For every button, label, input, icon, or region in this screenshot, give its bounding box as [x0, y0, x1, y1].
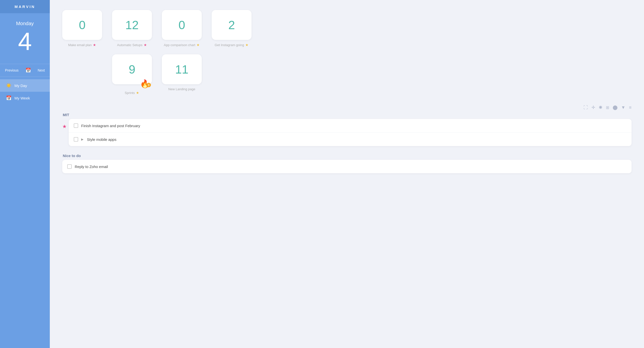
task-item-style-mobile-apps: ▶ Style mobile apps — [69, 133, 632, 146]
main-content: 0 Make email plan ★ 12 Automatic Setups … — [50, 0, 644, 348]
sun-small-icon[interactable]: ✺ — [599, 105, 602, 110]
project-card-label: Make email plan ★ — [68, 43, 96, 47]
task-item-finish-instagram: Finish Instagram and post February — [69, 119, 632, 133]
mit-star-icon: ★ — [62, 123, 67, 129]
task-item-reply-zoho: Reply to Zoho email — [62, 160, 632, 173]
project-card-label: Automatic Setups ★ — [117, 43, 147, 47]
sidebar-item-my-week[interactable]: 📅 My Week — [0, 92, 50, 104]
project-count: 9 — [129, 63, 136, 76]
sidebar: MARVIN Monday 4 Previous 📅 Next ☀️ My Da… — [0, 0, 50, 348]
star-icon: ★ — [196, 43, 200, 47]
calendar-icon[interactable]: 📅 — [26, 68, 31, 73]
project-card-get-instagram-going[interactable]: 2 Get Instagram going ★ — [212, 10, 252, 47]
project-cards-row-2: 9 🔥 3 Sprints ★ 11 New Landing pag — [112, 54, 632, 95]
project-card-label: App comparison chart ★ — [164, 43, 200, 47]
expand-arrow-icon[interactable]: ▶ — [81, 138, 84, 141]
circle-icon[interactable]: ⬤ — [612, 105, 618, 110]
project-card-automatic-setups[interactable]: 12 Automatic Setups ★ — [112, 10, 152, 47]
calendar-week-icon: 📅 — [6, 95, 12, 101]
star-icon: ★ — [93, 43, 96, 47]
task-label-finish-instagram: Finish Instagram and post February — [81, 124, 140, 128]
project-card-label: Sprints ★ — [125, 91, 139, 95]
project-count: 0 — [178, 18, 185, 32]
task-checkbox-reply-zoho[interactable] — [67, 164, 72, 169]
project-count: 12 — [125, 18, 138, 32]
sidebar-item-my-week-label: My Week — [14, 96, 30, 100]
date-navigation: Previous 📅 Next — [0, 64, 50, 77]
project-card-make-email-plan[interactable]: 0 Make email plan ★ — [62, 10, 102, 47]
project-card-new-landing-page[interactable]: 11 New Landing page — [162, 54, 202, 95]
nice-to-do-section: Nice to do Reply to Zoho email — [62, 154, 632, 173]
project-card-label: Get Instagram going ★ — [215, 43, 248, 47]
project-card-label: New Landing page — [168, 87, 195, 91]
date-section: Monday 4 — [0, 13, 50, 64]
next-button[interactable]: Next — [38, 68, 45, 72]
sun-icon: ☀️ — [6, 83, 12, 88]
project-card-box: 0 — [162, 10, 202, 40]
expand-icon[interactable]: ⛶ — [584, 105, 588, 110]
app-logo: MARVIN — [0, 0, 50, 13]
star-icon: ★ — [144, 43, 147, 47]
project-card-sprints[interactable]: 9 🔥 3 Sprints ★ — [112, 54, 152, 95]
task-label-style-mobile-apps: Style mobile apps — [87, 137, 116, 142]
tasks-toolbar: ⛶ ✛ ✺ ⊞ ⬤ ▼ ≡ — [62, 105, 632, 110]
task-label-reply-zoho: Reply to Zoho email — [75, 165, 108, 169]
grid-icon[interactable]: ✛ — [592, 105, 595, 110]
mit-task-list: Finish Instagram and post February ▶ Sty… — [69, 119, 632, 146]
project-card-box: 11 — [162, 54, 202, 84]
project-card-box: 9 🔥 3 — [112, 54, 152, 84]
star-icon: ★ — [245, 43, 248, 47]
nice-to-do-section-header: Nice to do — [62, 154, 632, 158]
project-card-box: 12 — [112, 10, 152, 40]
sidebar-item-my-day[interactable]: ☀️ My Day — [0, 79, 50, 92]
project-cards-area: 0 Make email plan ★ 12 Automatic Setups … — [62, 10, 632, 95]
checkerboard-icon[interactable]: ⊞ — [606, 105, 609, 110]
task-checkbox-style-mobile-apps[interactable] — [74, 137, 78, 142]
fire-count-badge: 3 — [146, 83, 151, 87]
sidebar-menu: ☀️ My Day 📅 My Week — [0, 79, 50, 104]
previous-button[interactable]: Previous — [5, 68, 18, 72]
project-card-box: 2 — [212, 10, 252, 40]
filter-icon[interactable]: ▼ — [621, 105, 626, 110]
project-count: 11 — [175, 63, 188, 76]
project-count: 2 — [228, 18, 235, 32]
sort-icon[interactable]: ≡ — [629, 105, 632, 110]
mit-section: MIT ★ Finish Instagram and post February… — [62, 113, 632, 146]
project-cards-row-1: 0 Make email plan ★ 12 Automatic Setups … — [62, 10, 632, 47]
star-icon: ★ — [136, 91, 139, 95]
mit-section-header: MIT — [62, 113, 632, 117]
project-count: 0 — [79, 18, 86, 32]
day-number: 4 — [18, 29, 32, 54]
day-name: Monday — [16, 21, 34, 27]
task-checkbox-finish-instagram[interactable] — [74, 123, 78, 128]
nice-to-do-task-list: Reply to Zoho email — [62, 160, 632, 173]
project-card-app-comparison-chart[interactable]: 0 App comparison chart ★ — [162, 10, 202, 47]
sidebar-item-my-day-label: My Day — [14, 84, 27, 88]
project-card-box: 0 — [62, 10, 102, 40]
